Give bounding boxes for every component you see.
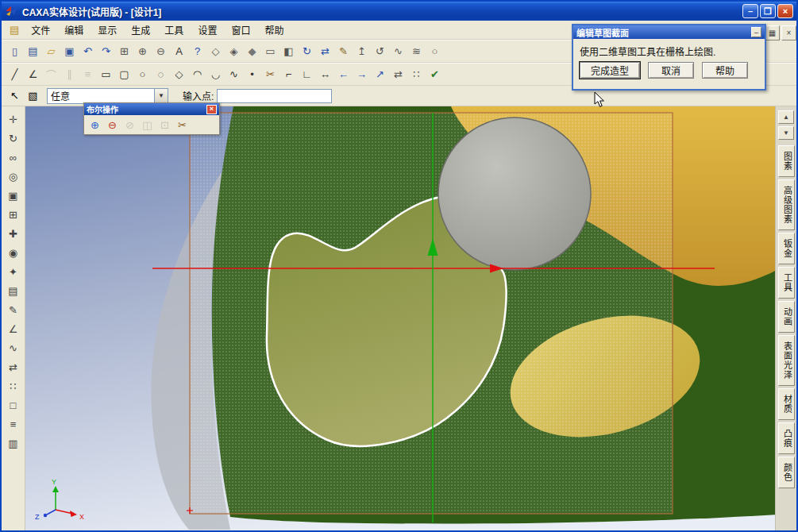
render-tool-icon[interactable]: ✦ (5, 263, 22, 280)
pick-filter-combo[interactable]: 任意 ▼ (47, 88, 168, 104)
zoom-out-icon[interactable]: ⊖ (152, 42, 170, 60)
zoom-view-icon[interactable]: ◎ (5, 168, 22, 185)
open-icon[interactable]: ▱ (42, 42, 60, 60)
chevron-down-icon[interactable]: ▼ (154, 89, 168, 103)
target-point-icon[interactable]: ◉ (5, 244, 22, 261)
menu-item[interactable]: 显示 (91, 20, 124, 40)
polygon-icon[interactable]: ◇ (170, 65, 188, 83)
dimension-icon[interactable]: ↔ (316, 65, 334, 83)
close-icon[interactable]: × (206, 105, 217, 114)
remove-lump-icon[interactable]: ✂ (174, 117, 191, 133)
select-pointer-icon[interactable]: ↖ (6, 87, 24, 105)
arc-icon[interactable]: ◠ (188, 65, 206, 83)
catalog-tab[interactable]: 材质 (778, 388, 795, 420)
rectangle-icon[interactable]: ▭ (97, 65, 115, 83)
orbit-view-icon[interactable]: ∞ (5, 148, 22, 166)
point-input[interactable] (217, 89, 332, 103)
catalog-tab[interactable]: 凸痕 (778, 422, 795, 454)
circle-icon[interactable]: ○ (133, 65, 152, 83)
cancel-button[interactable]: 取消 (648, 62, 694, 79)
sketch-tool-icon[interactable]: ✎ (5, 301, 22, 318)
bool-remove-material-icon[interactable]: ⊖ (104, 117, 121, 133)
panel-toggle-button[interactable]: ▦ (765, 25, 780, 40)
accept-icon[interactable]: ✔ (426, 65, 444, 83)
catalog-tab[interactable]: 钣金 (778, 233, 795, 264)
minimize-button[interactable]: – (742, 4, 758, 18)
chamfer-icon[interactable]: ∟ (298, 65, 316, 83)
box-tool-icon[interactable]: □ (5, 396, 22, 414)
menu-item[interactable]: 设置 (191, 20, 224, 40)
point-icon[interactable]: • (243, 65, 261, 83)
sketch-icon[interactable]: ✎ (334, 42, 353, 60)
boolean-toolbar-titlebar[interactable]: 布尔操作 × (84, 103, 219, 115)
catalog-tab[interactable]: 高级图素 (778, 179, 795, 230)
prev-icon[interactable]: ← (334, 65, 353, 83)
sheet-tool-icon[interactable]: ▥ (5, 434, 22, 452)
two-point-line-icon[interactable]: ╱ (6, 65, 24, 83)
array-tool-icon[interactable]: ∷ (5, 377, 22, 395)
zoom-window-icon[interactable]: ▣ (5, 187, 22, 204)
equidistant-icon[interactable]: ≡ (79, 65, 97, 83)
trim-icon[interactable]: ✂ (261, 65, 279, 83)
titlebar[interactable]: CAXA实体设计(试用版) - [设计1] – ❐ × (2, 2, 796, 21)
pan-view-icon[interactable]: ⇄ (316, 42, 334, 60)
bool-split-icon[interactable]: ◫ (139, 117, 156, 133)
help-button[interactable]: 帮助 (702, 62, 748, 79)
polyline-icon[interactable]: ∠ (24, 65, 42, 83)
pattern-icon[interactable]: ∷ (407, 65, 426, 83)
iso-view-icon[interactable]: ◧ (279, 42, 298, 60)
shell-icon[interactable]: ○ (426, 42, 444, 60)
zoom-in-icon[interactable]: ⊕ (133, 42, 152, 60)
panel-close-button[interactable]: × (781, 25, 796, 40)
extrude-icon[interactable]: ↥ (353, 42, 371, 60)
sweep-icon[interactable]: ∿ (389, 42, 407, 60)
rotate-view-icon[interactable]: ↻ (298, 42, 316, 60)
restore-button[interactable]: ❐ (760, 4, 776, 18)
pan-view-icon[interactable]: ✛ (5, 110, 22, 128)
dialog-titlebar[interactable]: 编辑草图截面 – (573, 25, 765, 39)
new-icon[interactable]: ▯ (6, 42, 24, 60)
spline-icon[interactable]: ∿ (225, 65, 243, 83)
box-select-icon[interactable]: ▧ (24, 87, 42, 105)
move-tool-icon[interactable]: ✚ (5, 225, 22, 242)
find-icon[interactable]: A (170, 42, 188, 60)
zoom-all-icon[interactable]: ⊞ (115, 42, 133, 60)
ellipse-icon[interactable]: ◌ (152, 65, 170, 83)
mirror-tool-icon[interactable]: ⇄ (5, 358, 22, 376)
bool-link-icon[interactable]: ⊡ (156, 117, 173, 133)
stamp-tool-icon[interactable]: ▤ (5, 282, 22, 299)
hub-circle[interactable] (438, 118, 591, 270)
catalog-tab[interactable]: 工具 (778, 267, 795, 299)
menu-item[interactable]: 帮助 (257, 20, 291, 40)
menu-item[interactable]: 工具 (157, 20, 191, 40)
fillet-icon[interactable]: ⌐ (279, 65, 298, 83)
rotate-view-icon[interactable]: ↻ (5, 129, 22, 147)
three-point-arc-icon[interactable]: ◡ (206, 65, 225, 83)
curve-tool-icon[interactable]: ∿ (5, 339, 22, 357)
offset-icon[interactable]: ∥ (60, 65, 79, 83)
catalog-tab[interactable]: 图素 (778, 145, 795, 177)
hidden-line-display-icon[interactable]: ◈ (225, 42, 243, 60)
close-button[interactable]: × (777, 4, 793, 18)
front-view-icon[interactable]: ▭ (261, 42, 279, 60)
rounded-rectangle-icon[interactable]: ▢ (115, 65, 133, 83)
bool-add-material-icon[interactable]: ⊕ (87, 117, 103, 133)
layers-tool-icon[interactable]: ≡ (5, 415, 22, 433)
document-icon[interactable]: ▤ (5, 24, 24, 36)
bool-intersect-icon[interactable]: ⊘ (121, 117, 138, 133)
mirror-icon[interactable]: ⇄ (389, 65, 407, 83)
menu-item[interactable]: 编辑 (57, 20, 91, 40)
fit-view-icon[interactable]: ⊞ (5, 206, 22, 223)
catalog-tab[interactable]: 颜色 (778, 457, 795, 488)
next-icon[interactable]: → (353, 65, 371, 83)
shaded-display-icon[interactable]: ◆ (243, 42, 261, 60)
catalog-tab[interactable]: 动画 (778, 301, 795, 333)
new-from-template-icon[interactable]: ▤ (24, 42, 42, 60)
save-icon[interactable]: ▣ (60, 42, 79, 60)
dialog-collapse-button[interactable]: – (751, 27, 761, 37)
projection-icon[interactable]: ⌒ (42, 65, 60, 83)
reorient-icon[interactable]: ↗ (371, 65, 389, 83)
redo-icon[interactable]: ↷ (97, 42, 115, 60)
catalog-tab[interactable]: 表面光泽 (778, 335, 795, 386)
menu-item[interactable]: 生成 (124, 20, 157, 40)
